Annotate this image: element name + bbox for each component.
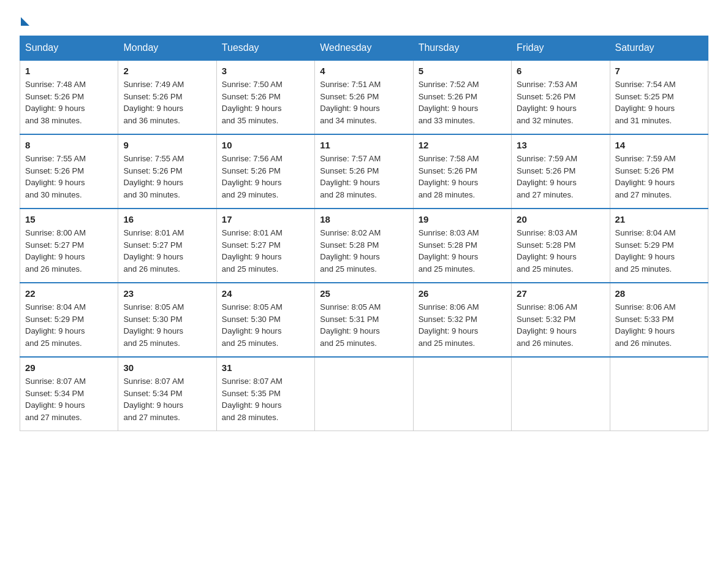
calendar-cell: 23 Sunrise: 8:05 AMSunset: 5:30 PMDaylig… [118,283,216,357]
day-info: Sunrise: 7:56 AMSunset: 5:26 PMDaylight:… [222,154,282,199]
day-number: 20 [517,214,604,224]
day-number: 7 [615,66,703,76]
day-info: Sunrise: 8:06 AMSunset: 5:33 PMDaylight:… [615,302,676,348]
day-info: Sunrise: 8:00 AMSunset: 5:27 PMDaylight:… [25,228,86,274]
calendar-cell: 30 Sunrise: 8:07 AMSunset: 5:34 PMDaylig… [118,357,216,431]
calendar-cell: 15 Sunrise: 8:00 AMSunset: 5:27 PMDaylig… [20,209,118,283]
day-number: 17 [222,214,309,224]
header-wednesday: Wednesday [315,36,413,61]
day-number: 9 [123,140,211,150]
day-info: Sunrise: 8:03 AMSunset: 5:28 PMDaylight:… [517,228,577,274]
day-info: Sunrise: 7:53 AMSunset: 5:26 PMDaylight:… [517,80,577,125]
header-thursday: Thursday [413,36,511,61]
day-info: Sunrise: 8:05 AMSunset: 5:30 PMDaylight:… [222,302,282,348]
calendar-cell [315,357,413,431]
calendar-cell: 20 Sunrise: 8:03 AMSunset: 5:28 PMDaylig… [512,209,610,283]
day-number: 21 [615,214,703,224]
calendar-cell: 4 Sunrise: 7:51 AMSunset: 5:26 PMDayligh… [315,60,413,134]
day-info: Sunrise: 7:54 AMSunset: 5:25 PMDaylight:… [615,80,676,125]
day-number: 23 [123,288,211,299]
day-info: Sunrise: 7:55 AMSunset: 5:26 PMDaylight:… [123,154,184,199]
day-info: Sunrise: 8:07 AMSunset: 5:34 PMDaylight:… [123,377,184,422]
calendar-cell: 6 Sunrise: 7:53 AMSunset: 5:26 PMDayligh… [512,60,610,134]
logo-arrow-icon [21,17,29,26]
day-number: 24 [222,288,309,299]
day-info: Sunrise: 7:55 AMSunset: 5:26 PMDaylight:… [25,154,86,199]
day-number: 15 [25,214,113,224]
day-info: Sunrise: 7:52 AMSunset: 5:26 PMDaylight:… [419,80,479,125]
day-number: 22 [25,288,113,299]
header-tuesday: Tuesday [216,36,314,61]
calendar-cell: 3 Sunrise: 7:50 AMSunset: 5:26 PMDayligh… [216,60,314,134]
calendar-cell: 11 Sunrise: 7:57 AMSunset: 5:26 PMDaylig… [315,134,413,209]
day-info: Sunrise: 8:03 AMSunset: 5:28 PMDaylight:… [419,228,479,274]
calendar-cell: 5 Sunrise: 7:52 AMSunset: 5:26 PMDayligh… [413,60,511,134]
day-number: 16 [123,214,211,224]
day-info: Sunrise: 7:48 AMSunset: 5:26 PMDaylight:… [25,80,86,125]
day-number: 12 [419,140,506,150]
day-info: Sunrise: 7:49 AMSunset: 5:26 PMDaylight:… [123,80,184,125]
calendar-week-row: 22 Sunrise: 8:04 AMSunset: 5:29 PMDaylig… [20,283,708,357]
day-number: 4 [320,66,408,76]
day-info: Sunrise: 7:59 AMSunset: 5:26 PMDaylight:… [615,154,676,199]
day-info: Sunrise: 8:04 AMSunset: 5:29 PMDaylight:… [25,302,86,348]
day-number: 8 [25,140,113,150]
calendar-header-row: SundayMondayTuesdayWednesdayThursdayFrid… [20,36,708,61]
calendar-cell: 7 Sunrise: 7:54 AMSunset: 5:25 PMDayligh… [610,60,708,134]
day-number: 2 [123,66,211,76]
header-friday: Friday [512,36,610,61]
day-info: Sunrise: 8:01 AMSunset: 5:27 PMDaylight:… [123,228,184,274]
calendar-cell: 8 Sunrise: 7:55 AMSunset: 5:26 PMDayligh… [20,134,118,209]
calendar-cell: 13 Sunrise: 7:59 AMSunset: 5:26 PMDaylig… [512,134,610,209]
calendar-cell: 22 Sunrise: 8:04 AMSunset: 5:29 PMDaylig… [20,283,118,357]
day-number: 27 [517,288,604,299]
calendar-cell: 16 Sunrise: 8:01 AMSunset: 5:27 PMDaylig… [118,209,216,283]
calendar-cell: 18 Sunrise: 8:02 AMSunset: 5:28 PMDaylig… [315,209,413,283]
day-info: Sunrise: 8:05 AMSunset: 5:30 PMDaylight:… [123,302,184,348]
calendar-cell: 12 Sunrise: 7:58 AMSunset: 5:26 PMDaylig… [413,134,511,209]
calendar-table: SundayMondayTuesdayWednesdayThursdayFrid… [20,36,708,431]
day-number: 18 [320,214,408,224]
day-info: Sunrise: 8:06 AMSunset: 5:32 PMDaylight:… [419,302,479,348]
day-number: 5 [419,66,506,76]
day-number: 31 [222,362,309,373]
calendar-week-row: 29 Sunrise: 8:07 AMSunset: 5:34 PMDaylig… [20,357,708,431]
calendar-cell: 26 Sunrise: 8:06 AMSunset: 5:32 PMDaylig… [413,283,511,357]
header-saturday: Saturday [610,36,708,61]
day-number: 11 [320,140,408,150]
calendar-cell: 27 Sunrise: 8:06 AMSunset: 5:32 PMDaylig… [512,283,610,357]
calendar-week-row: 15 Sunrise: 8:00 AMSunset: 5:27 PMDaylig… [20,209,708,283]
day-info: Sunrise: 8:06 AMSunset: 5:32 PMDaylight:… [517,302,577,348]
calendar-cell [610,357,708,431]
day-number: 25 [320,288,408,299]
calendar-cell: 10 Sunrise: 7:56 AMSunset: 5:26 PMDaylig… [216,134,314,209]
day-number: 10 [222,140,309,150]
calendar-cell: 28 Sunrise: 8:06 AMSunset: 5:33 PMDaylig… [610,283,708,357]
calendar-cell [512,357,610,431]
calendar-cell: 9 Sunrise: 7:55 AMSunset: 5:26 PMDayligh… [118,134,216,209]
day-info: Sunrise: 8:07 AMSunset: 5:34 PMDaylight:… [25,377,86,422]
day-info: Sunrise: 7:50 AMSunset: 5:26 PMDaylight:… [222,80,282,125]
day-number: 3 [222,66,309,76]
day-number: 30 [123,362,211,373]
calendar-cell: 19 Sunrise: 8:03 AMSunset: 5:28 PMDaylig… [413,209,511,283]
page-header [20,15,708,23]
calendar-cell: 2 Sunrise: 7:49 AMSunset: 5:26 PMDayligh… [118,60,216,134]
calendar-week-row: 1 Sunrise: 7:48 AMSunset: 5:26 PMDayligh… [20,60,708,134]
logo [20,15,29,23]
day-info: Sunrise: 8:07 AMSunset: 5:35 PMDaylight:… [222,377,282,422]
calendar-cell: 29 Sunrise: 8:07 AMSunset: 5:34 PMDaylig… [20,357,118,431]
day-number: 6 [517,66,604,76]
day-info: Sunrise: 7:59 AMSunset: 5:26 PMDaylight:… [517,154,577,199]
day-info: Sunrise: 7:58 AMSunset: 5:26 PMDaylight:… [419,154,479,199]
calendar-cell: 17 Sunrise: 8:01 AMSunset: 5:27 PMDaylig… [216,209,314,283]
calendar-cell: 25 Sunrise: 8:05 AMSunset: 5:31 PMDaylig… [315,283,413,357]
calendar-cell: 21 Sunrise: 8:04 AMSunset: 5:29 PMDaylig… [610,209,708,283]
calendar-week-row: 8 Sunrise: 7:55 AMSunset: 5:26 PMDayligh… [20,134,708,209]
day-number: 28 [615,288,703,299]
day-info: Sunrise: 8:04 AMSunset: 5:29 PMDaylight:… [615,228,676,274]
day-number: 29 [25,362,113,373]
day-info: Sunrise: 8:02 AMSunset: 5:28 PMDaylight:… [320,228,381,274]
day-info: Sunrise: 7:57 AMSunset: 5:26 PMDaylight:… [320,154,381,199]
calendar-cell: 24 Sunrise: 8:05 AMSunset: 5:30 PMDaylig… [216,283,314,357]
